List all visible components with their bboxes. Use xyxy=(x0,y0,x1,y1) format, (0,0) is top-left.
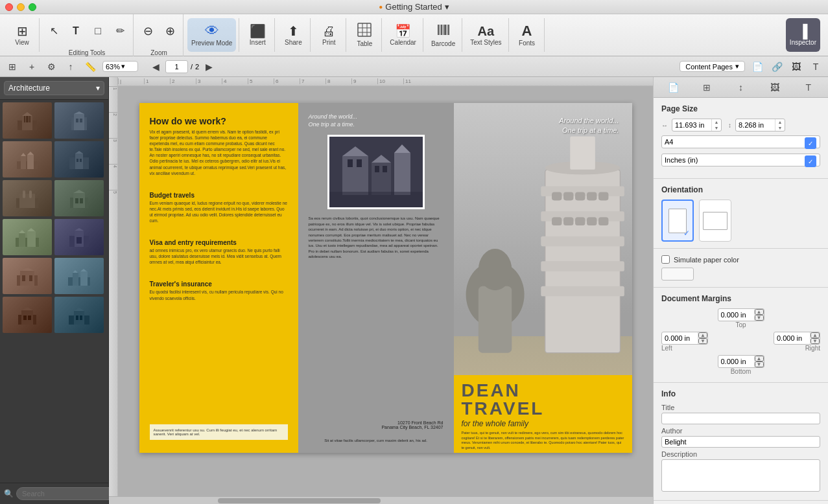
margin-right-input[interactable] xyxy=(774,333,810,343)
text-tool-button[interactable]: T xyxy=(65,14,86,48)
calendar-group: 📅 Calendar xyxy=(383,18,423,52)
table-group: Table xyxy=(348,18,382,52)
thumbnail-row xyxy=(3,297,106,333)
canvas-area: | 1 2 3 4 5 6 7 8 9 10 11 1 2 3 4 5 xyxy=(109,77,653,504)
page-insert-button[interactable]: + xyxy=(25,60,39,74)
fonts-button[interactable]: A Fonts xyxy=(513,18,541,52)
print-button[interactable]: 🖨 Print xyxy=(314,18,343,52)
thumbnail-7[interactable] xyxy=(3,219,52,255)
paper-size-select[interactable]: A4 xyxy=(661,135,820,148)
margin-bottom-input[interactable] xyxy=(718,356,754,367)
units-select[interactable]: Inches (in) xyxy=(661,154,820,166)
svg-rect-44 xyxy=(73,193,85,208)
width-decrement[interactable]: ▼ xyxy=(712,125,721,131)
barcode-button[interactable]: Barcode xyxy=(427,18,459,52)
doc-address: 10270 Front Beach Rd Panama City Beach, … xyxy=(309,420,444,430)
page-number-input[interactable] xyxy=(165,60,188,73)
content-pages-selector[interactable]: Content Pages ▾ xyxy=(680,61,745,72)
master-pages-button[interactable]: 📄 xyxy=(750,60,764,74)
page-prev-button[interactable]: ◀ xyxy=(148,60,163,74)
margin-left-up[interactable]: ▲ xyxy=(698,332,707,338)
link-button[interactable]: 🔗 xyxy=(770,60,784,74)
thumbnail-3[interactable] xyxy=(3,141,52,178)
margin-top-input[interactable] xyxy=(718,310,754,320)
page-settings-button[interactable]: ⚙ xyxy=(44,60,58,74)
margin-left-input[interactable] xyxy=(662,333,698,343)
select-tool-button[interactable]: ↖ xyxy=(43,14,64,48)
svg-rect-100 xyxy=(541,236,624,246)
orientation-portrait[interactable]: ✓ xyxy=(661,200,694,242)
margin-bottom-down[interactable]: ▼ xyxy=(755,361,764,367)
draw-tool-button[interactable]: ✏ xyxy=(110,14,130,48)
traffic-lights xyxy=(5,3,36,11)
inspector-layout-btn[interactable]: ⊞ xyxy=(698,80,716,95)
thumbnail-10[interactable] xyxy=(54,258,104,294)
thumbnail-row xyxy=(3,180,106,216)
margin-right-down[interactable]: ▼ xyxy=(810,338,820,344)
orientation-landscape[interactable] xyxy=(699,200,731,242)
barcode-group: Barcode xyxy=(425,18,462,52)
doc-title-input[interactable] xyxy=(661,413,820,424)
paper-color-swatch[interactable] xyxy=(661,268,694,281)
inspector-image-btn[interactable]: 🖼 xyxy=(766,80,784,95)
page-width-input[interactable]: ▲ ▼ xyxy=(672,119,722,132)
calendar-button[interactable]: 📅 Calendar xyxy=(386,18,420,52)
svg-rect-41 xyxy=(29,190,32,198)
height-increment[interactable]: ▲ xyxy=(775,119,785,125)
maximize-button[interactable] xyxy=(29,3,36,11)
template-dropdown[interactable]: Architecture ▾ xyxy=(4,81,104,95)
margin-bottom-up[interactable]: ▲ xyxy=(755,356,764,361)
margin-top-down[interactable]: ▼ xyxy=(755,315,764,321)
height-decrement[interactable]: ▼ xyxy=(775,125,785,131)
page-next-button[interactable]: ▶ xyxy=(202,60,216,74)
svg-rect-114 xyxy=(598,217,608,225)
doc-description-textarea[interactable] xyxy=(661,459,820,492)
thumbnail-4[interactable] xyxy=(54,141,104,178)
close-button[interactable] xyxy=(5,3,13,11)
simulate-paper-checkbox[interactable] xyxy=(661,255,670,264)
inspector-object-btn[interactable]: 📄 xyxy=(664,80,682,95)
table-button[interactable]: Table xyxy=(350,18,379,52)
thumbnail-2[interactable] xyxy=(54,102,104,139)
width-increment[interactable]: ▲ xyxy=(712,119,721,125)
horizontal-scrollbar[interactable] xyxy=(109,496,653,504)
margin-right-up[interactable]: ▲ xyxy=(810,332,820,338)
insert-button[interactable]: ⬛ Insert xyxy=(243,18,272,52)
media-button[interactable]: 🖼 xyxy=(789,60,803,74)
search-bar: 🔍 xyxy=(0,483,108,504)
inspector-button[interactable]: ▐ Inspector xyxy=(786,18,820,52)
inspector-text-btn[interactable]: T xyxy=(799,80,818,95)
share-secondary-button[interactable]: ↑ xyxy=(64,60,78,74)
page-thumbnail-button[interactable]: ⊞ xyxy=(5,60,19,74)
thumbnail-12[interactable] xyxy=(54,297,104,333)
thumbnail-6[interactable] xyxy=(54,180,104,216)
share-button[interactable]: ⬆ Share xyxy=(279,18,307,52)
text-flow-button[interactable]: T xyxy=(809,60,823,74)
page-height-input[interactable]: ▲ ▼ xyxy=(735,119,785,132)
svg-rect-94 xyxy=(383,166,387,172)
svg-rect-113 xyxy=(587,217,597,225)
view-button[interactable]: ⊞ View xyxy=(8,18,36,52)
svg-rect-11 xyxy=(448,25,449,35)
thumbnail-1[interactable] xyxy=(3,102,52,139)
margin-left-down[interactable]: ▼ xyxy=(698,338,707,344)
inspector-wrap-btn[interactable]: ↕ xyxy=(731,80,750,95)
main-area: Architecture ▾ xyxy=(0,77,828,504)
search-input[interactable] xyxy=(16,487,117,500)
thumbnail-11[interactable] xyxy=(3,297,52,333)
minimize-button[interactable] xyxy=(17,3,25,11)
shape-tool-button[interactable]: □ xyxy=(88,14,108,48)
zoom-in-button[interactable]: ⊕ xyxy=(160,14,180,48)
zoom-out-button[interactable]: ⊖ xyxy=(137,14,158,48)
margin-left-field: ▲ ▼ Left xyxy=(661,332,708,352)
svg-marker-34 xyxy=(75,151,83,154)
thumbnail-5[interactable] xyxy=(3,180,52,216)
thumbnail-9[interactable] xyxy=(3,258,52,294)
doc-author-input[interactable] xyxy=(661,436,820,448)
svg-marker-30 xyxy=(27,152,34,155)
margin-top-up[interactable]: ▲ xyxy=(755,309,764,315)
text-styles-button[interactable]: Aa Text Styles xyxy=(466,18,505,52)
ruler-button[interactable]: 📏 xyxy=(83,60,97,74)
thumbnail-8[interactable] xyxy=(54,219,104,255)
preview-mode-button[interactable]: 👁 Preview Mode xyxy=(187,18,236,52)
